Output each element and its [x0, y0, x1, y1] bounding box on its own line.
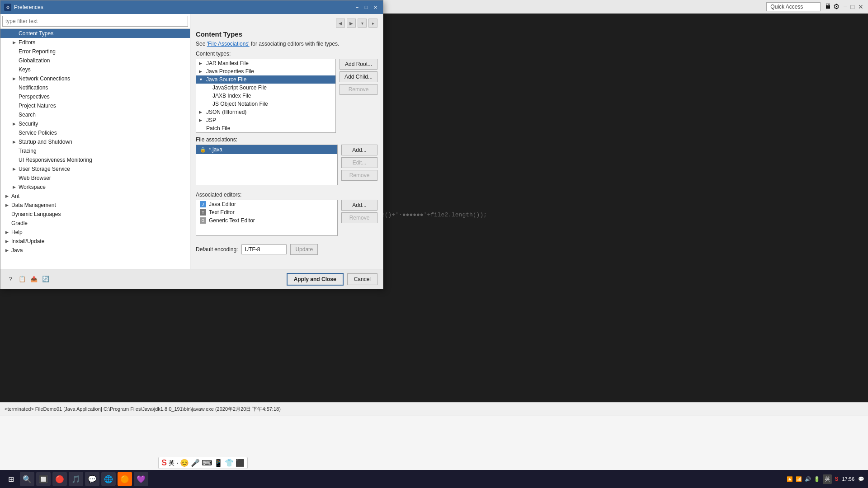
- tree-item-tracing[interactable]: Tracing: [0, 146, 190, 155]
- tray-icon-1[interactable]: 🔼: [787, 476, 793, 482]
- footer-export-icon[interactable]: 📤: [29, 275, 38, 284]
- list-item-json-illformed[interactable]: ▶ JSON (Illformed): [196, 108, 335, 116]
- editor-item-java[interactable]: J Java Editor: [196, 200, 337, 208]
- file-assoc-list[interactable]: 🔒 *.java: [196, 145, 338, 185]
- tree-item-error-reporting[interactable]: Error Reporting: [0, 47, 190, 56]
- tree-item-service-policies[interactable]: Service Policies: [0, 128, 190, 137]
- ime-bar[interactable]: S 英 · 😊 🎤 ⌨ 📱 👕 ⬛: [158, 457, 248, 469]
- tree-item-ant[interactable]: ▶ Ant: [0, 192, 190, 201]
- taskbar-music-btn[interactable]: 🎵: [69, 472, 83, 486]
- tree-item-editors[interactable]: ▶ Editors: [0, 38, 190, 47]
- nav-down-btn[interactable]: ▾: [358, 19, 367, 28]
- remove-content-type-btn[interactable]: Remove: [340, 84, 377, 95]
- update-encoding-btn[interactable]: Update: [290, 244, 318, 255]
- content-types-list[interactable]: ▶ JAR Manifest File ▶ Java Properties Fi…: [196, 59, 336, 133]
- taskbar-chat-btn[interactable]: 💬: [85, 472, 99, 486]
- list-item-java-properties[interactable]: ▶ Java Properties File: [196, 67, 335, 75]
- taskbar-browser-btn[interactable]: 🌐: [101, 472, 116, 486]
- tray-icon-4[interactable]: 🔋: [814, 476, 820, 482]
- tree-item-user-storage[interactable]: ▶ User Storage Service: [0, 164, 190, 174]
- tree-item-notifications[interactable]: Notifications: [0, 83, 190, 92]
- footer-clipboard-icon[interactable]: 📋: [18, 275, 27, 284]
- tray-icon-2[interactable]: 📶: [796, 476, 802, 482]
- tray-lang[interactable]: 英: [823, 474, 832, 484]
- add-child-btn[interactable]: Add Child...: [340, 71, 377, 82]
- edit-assoc-btn[interactable]: Edit...: [341, 157, 377, 168]
- ime-emoji[interactable]: 😊: [180, 459, 189, 467]
- list-item-javascript-source[interactable]: JavaScript Source File: [196, 84, 335, 92]
- tree-item-security[interactable]: ▶ Security: [0, 119, 190, 128]
- tree-item-network-connections[interactable]: ▶ Network Connections: [0, 74, 190, 83]
- dialog-minimize-btn[interactable]: −: [353, 3, 361, 11]
- expand-editors: ▶: [11, 40, 17, 45]
- list-item-jaxb-index[interactable]: JAXB Index File: [196, 92, 335, 100]
- ide-icon-2[interactable]: ⚙: [833, 2, 840, 11]
- ime-phone[interactable]: 📱: [214, 459, 223, 467]
- tray-icon-3[interactable]: 🔊: [805, 476, 811, 482]
- tree-item-dynamic-languages[interactable]: Dynamic Languages: [0, 210, 190, 219]
- add-root-btn[interactable]: Add Root...: [340, 59, 377, 70]
- assoc-item-java[interactable]: 🔒 *.java: [196, 145, 337, 154]
- dialog-maximize-btn[interactable]: □: [362, 3, 370, 11]
- nav-forward-btn[interactable]: ▶: [347, 19, 356, 28]
- editor-item-text[interactable]: T Text Editor: [196, 208, 337, 216]
- remove-assoc-btn[interactable]: Remove: [341, 170, 377, 181]
- dialog-titlebar: ⚙ Preferences − □ ✕: [0, 0, 383, 14]
- list-item-jsp[interactable]: ▶ JSP: [196, 116, 335, 124]
- tree-item-perspectives[interactable]: Perspectives: [0, 92, 190, 101]
- ime-shirt[interactable]: 👕: [225, 459, 234, 467]
- nav-menu-btn[interactable]: ▸: [368, 19, 377, 28]
- file-associations-link[interactable]: 'File Associations': [207, 41, 250, 47]
- ime-lang[interactable]: 英: [169, 459, 175, 467]
- taskbar-app1-btn[interactable]: 🟠: [118, 472, 132, 486]
- nav-back-btn[interactable]: ◀: [336, 19, 345, 28]
- dialog-close-btn[interactable]: ✕: [371, 3, 379, 11]
- ide-close[interactable]: ✕: [858, 3, 863, 10]
- list-item-js-object-notation[interactable]: JS Object Notation File: [196, 100, 335, 108]
- tree-item-globalization[interactable]: Globalization: [0, 56, 190, 65]
- quick-access-box[interactable]: Quick Access: [766, 2, 821, 11]
- tree-item-keys[interactable]: Keys: [0, 65, 190, 74]
- taskbar-windows-btn[interactable]: ⊞: [4, 472, 18, 486]
- filter-input[interactable]: [2, 16, 188, 27]
- taskbar-notification-btn[interactable]: 💬: [858, 476, 864, 482]
- tree-item-data-management[interactable]: ▶ Data Management: [0, 201, 190, 210]
- list-item-jar-manifest[interactable]: ▶ JAR Manifest File: [196, 59, 335, 67]
- expand-ant: ▶: [4, 193, 9, 199]
- list-item-java-source[interactable]: ▼ Java Source File: [196, 75, 335, 84]
- ime-mic[interactable]: 🎤: [191, 459, 200, 467]
- add-assoc-btn[interactable]: Add...: [341, 145, 377, 155]
- tree-item-install-update[interactable]: ▶ Install/Update: [0, 237, 190, 246]
- tree-label-workspace: Workspace: [19, 184, 46, 190]
- tree-item-project-natures[interactable]: Project Natures: [0, 101, 190, 110]
- cancel-btn[interactable]: Cancel: [347, 273, 377, 285]
- tree-item-gradle[interactable]: Gradle: [0, 219, 190, 228]
- ime-grid[interactable]: ⬛: [236, 459, 245, 467]
- tree-item-web-browser[interactable]: Web Browser: [0, 174, 190, 183]
- list-item-patch[interactable]: Patch File: [196, 124, 335, 132]
- ide-minimize[interactable]: −: [843, 3, 847, 10]
- tree-item-ui-responsiveness[interactable]: UI Responsiveness Monitoring: [0, 155, 190, 164]
- editors-list[interactable]: J Java Editor T Text Editor G Generic Te…: [196, 200, 338, 236]
- footer-help-icon[interactable]: ?: [6, 275, 15, 284]
- editor-item-generic-text[interactable]: G Generic Text Editor: [196, 216, 337, 225]
- tree-item-search[interactable]: Search: [0, 110, 190, 119]
- footer-refresh-icon[interactable]: 🔄: [41, 275, 50, 284]
- ide-icon-1[interactable]: 🖥: [824, 2, 831, 11]
- taskbar-task-view-btn[interactable]: 🔲: [36, 472, 51, 486]
- taskbar-app2-btn[interactable]: 💜: [134, 472, 148, 486]
- tree-item-startup[interactable]: ▶ Startup and Shutdown: [0, 137, 190, 146]
- tree-item-workspace[interactable]: ▶ Workspace: [0, 183, 190, 192]
- taskbar-search-btn[interactable]: 🔍: [20, 472, 34, 486]
- remove-editor-btn[interactable]: Remove: [341, 212, 377, 223]
- tree-item-content-types[interactable]: Content Types: [0, 29, 190, 38]
- add-editor-btn[interactable]: Add...: [341, 200, 377, 211]
- taskbar-cortana-btn[interactable]: 🔴: [52, 472, 67, 486]
- ide-maximize[interactable]: □: [851, 3, 854, 10]
- tray-ime[interactable]: S: [835, 476, 838, 482]
- ime-kbd[interactable]: ⌨: [202, 459, 212, 467]
- tree-item-java[interactable]: ▶ Java: [0, 246, 190, 255]
- encoding-input[interactable]: [241, 244, 287, 254]
- apply-close-btn[interactable]: Apply and Close: [287, 273, 344, 286]
- tree-item-help[interactable]: ▶ Help: [0, 228, 190, 237]
